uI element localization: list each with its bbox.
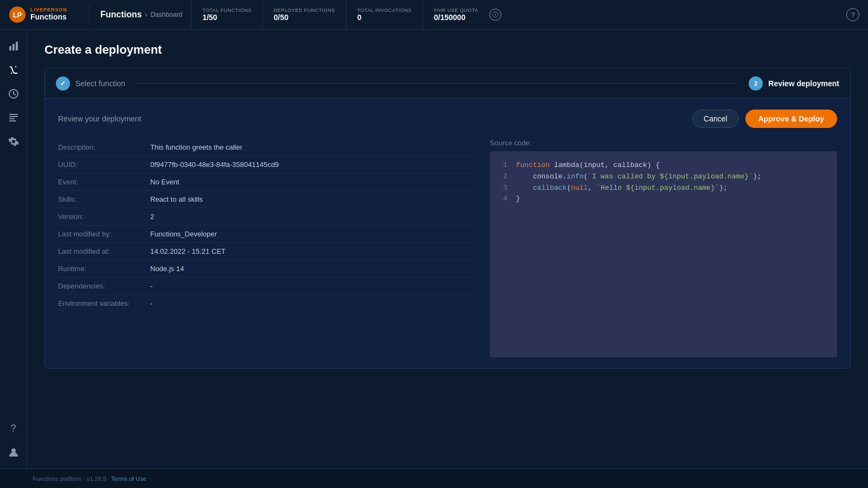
line-num-2: 2	[499, 171, 507, 183]
wizard-steps: ✓ Select function 2 Review deployment	[45, 68, 850, 99]
sidebar-item-user[interactable]	[4, 442, 23, 462]
step-1-label: Select function	[75, 79, 125, 88]
detail-value-uuid: 0f9477fb-0340-48e3-84fa-358041145cd9	[150, 160, 279, 169]
main-layout: ? Create a deployment ✓ Select function …	[0, 30, 868, 468]
nav-section: Functions › Dashboard	[92, 10, 191, 20]
nav-stat-fair-use: FAIR USE QUOTA 0/150000	[423, 0, 489, 30]
detail-label-modified-by: Last modified by:	[58, 230, 150, 238]
nav-stat-value-3: 0/150000	[434, 13, 478, 22]
sidebar-item-analytics[interactable]	[4, 36, 23, 56]
code-line-3: 3 callback(null, `Hello ${input.payload.…	[499, 183, 828, 194]
nav-stat-label-1: DEPLOYED FUNCTIONS	[274, 8, 335, 13]
source-code-label: Source code:	[490, 139, 837, 147]
cancel-button[interactable]: Cancel	[692, 110, 739, 128]
brand-bottom-label: Functions	[30, 13, 67, 21]
nav-stat-total-invocations: TOTAL INVOCATIONS 0	[346, 0, 423, 30]
line-num-4: 4	[499, 194, 507, 205]
detail-row-uuid: UUID: 0f9477fb-0340-48e3-84fa-358041145c…	[58, 156, 477, 174]
review-panel: Review your deployment Cancel Approve & …	[45, 99, 850, 368]
nav-stat-value-0: 1/50	[202, 13, 251, 22]
svg-text:LP: LP	[13, 11, 22, 19]
step-1-circle: ✓	[56, 76, 70, 91]
review-actions: Cancel Approve & Deploy	[692, 110, 837, 128]
sidebar-item-settings[interactable]	[4, 132, 23, 151]
step-2-circle: 2	[749, 76, 763, 91]
detail-value-version: 2	[150, 213, 154, 221]
detail-row-modified-at: Last modified at: 14.02.2022 - 15:21 CET	[58, 243, 477, 260]
detail-row-runtime: Runtime: Node.js 14	[58, 260, 477, 278]
line-code-1: function lambda(input, callback) {	[516, 160, 828, 171]
wizard-step-1: ✓ Select function	[56, 76, 125, 91]
detail-label-version: Version:	[58, 213, 150, 221]
approve-deploy-button[interactable]: Approve & Deploy	[745, 110, 837, 128]
nav-section-title: Functions	[100, 10, 142, 20]
nav-stat-value-1: 0/50	[274, 13, 335, 22]
review-header: Review your deployment Cancel Approve & …	[58, 110, 837, 128]
step-line	[136, 83, 738, 84]
code-editor: 1 function lambda(input, callback) { 2 c…	[490, 151, 837, 357]
line-code-4: }	[516, 194, 828, 205]
nav-stat-value-2: 0	[358, 13, 412, 22]
brand: LP LIVEPERSON Functions	[0, 6, 87, 23]
detail-label-skills: Skills:	[58, 195, 150, 203]
detail-value-env-vars: -	[150, 299, 152, 307]
wizard-card: ✓ Select function 2 Review deployment Re…	[44, 68, 851, 369]
nav-stat-label-0: TOTAL FUNCTIONS	[202, 8, 251, 13]
detail-label-runtime: Runtime:	[58, 265, 150, 273]
svg-rect-2	[9, 46, 11, 50]
help-icon[interactable]: ?	[846, 8, 859, 21]
step-2-label: Review deployment	[768, 79, 839, 88]
detail-label-description: Description:	[58, 143, 150, 151]
review-details: Description: This function greets the ca…	[58, 139, 477, 357]
brand-logo-icon: LP	[9, 6, 26, 23]
line-code-2: console.info(`I was called by ${input.pa…	[516, 171, 828, 183]
detail-value-skills: React to all skills	[150, 195, 203, 203]
detail-value-event: No Event	[150, 178, 179, 186]
nav-chevron-icon: ›	[145, 11, 147, 18]
svg-rect-9	[9, 120, 16, 121]
svg-rect-8	[9, 118, 15, 119]
code-line-2: 2 console.info(`I was called by ${input.…	[499, 171, 828, 183]
code-line-4: 4 }	[499, 194, 828, 205]
sidebar: ?	[0, 30, 27, 468]
svg-rect-7	[9, 116, 18, 117]
detail-value-dependencies: -	[150, 282, 152, 290]
detail-label-dependencies: Dependencies:	[58, 282, 150, 290]
source-code-panel: Source code: 1 function lambda(input, ca…	[490, 139, 837, 357]
svg-rect-4	[16, 42, 18, 50]
detail-row-modified-by: Last modified by: Functions_Developer	[58, 226, 477, 243]
line-num-3: 3	[499, 183, 507, 194]
nav-section-sub: Dashboard	[150, 11, 182, 18]
nav-stat-total-functions: TOTAL FUNCTIONS 1/50	[191, 0, 262, 30]
line-code-3: callback(null, `Hello ${input.payload.na…	[516, 183, 828, 194]
terms-of-use-link[interactable]: Terms of Use	[111, 476, 146, 482]
sidebar-item-functions[interactable]	[4, 60, 23, 80]
footer-text: Functions platform · v1.28.9 · Terms of …	[33, 476, 146, 482]
sidebar-item-logs[interactable]	[4, 108, 23, 127]
detail-row-dependencies: Dependencies: -	[58, 278, 477, 295]
review-section-title: Review your deployment	[58, 114, 141, 123]
detail-label-env-vars: Environment variables:	[58, 299, 150, 307]
detail-row-description: Description: This function greets the ca…	[58, 139, 477, 156]
detail-row-skills: Skills: React to all skills	[58, 191, 477, 208]
nav-stat-deployed-functions: DEPLOYED FUNCTIONS 0/50	[263, 0, 346, 30]
detail-label-event: Event:	[58, 178, 150, 186]
sidebar-item-help[interactable]: ?	[4, 419, 23, 438]
detail-row-env-vars: Environment variables: -	[58, 295, 477, 312]
wizard-step-2: 2 Review deployment	[749, 76, 839, 91]
review-content: Description: This function greets the ca…	[58, 139, 837, 357]
nav-divider-1	[89, 5, 90, 24]
brand-text: LIVEPERSON Functions	[30, 8, 67, 21]
svg-rect-3	[12, 44, 15, 50]
detail-value-modified-by: Functions_Developer	[150, 230, 217, 238]
page-title: Create a deployment	[44, 43, 851, 57]
nav-stat-label-2: TOTAL INVOCATIONS	[358, 8, 412, 13]
sidebar-item-history[interactable]	[4, 84, 23, 104]
main-content: Create a deployment ✓ Select function 2 …	[27, 30, 868, 468]
code-line-1: 1 function lambda(input, callback) {	[499, 160, 828, 171]
svg-rect-6	[9, 114, 18, 115]
detail-value-runtime: Node.js 14	[150, 265, 184, 273]
top-nav: LP LIVEPERSON Functions Functions › Dash…	[0, 0, 868, 30]
info-icon[interactable]: ⓘ	[489, 9, 501, 21]
detail-label-uuid: UUID:	[58, 160, 150, 169]
